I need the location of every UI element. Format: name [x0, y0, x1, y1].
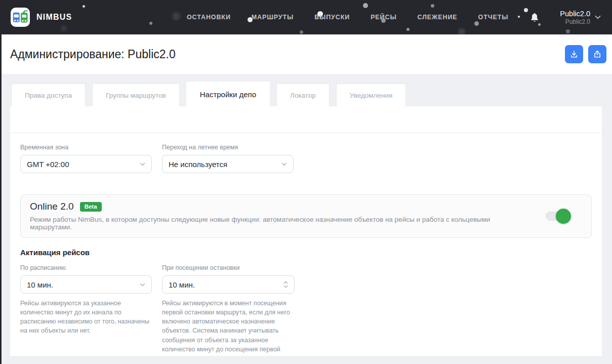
import-button[interactable] — [565, 45, 583, 63]
account-text: Public2.0 Public2.0 — [560, 9, 590, 25]
window-left-edge — [0, 0, 2, 364]
decorative-dot — [83, 5, 85, 8]
online20-info: Online 2.0 Beta Режим работы NimBus, в к… — [30, 201, 534, 231]
decorative-dot — [538, 23, 541, 26]
panel-top-strip — [10, 106, 602, 133]
by-schedule-field: По расписанию 10 мин. Рейсы активируются… — [20, 264, 152, 356]
dst-select[interactable]: Не используется — [162, 155, 294, 173]
online20-card: Online 2.0 Beta Режим работы NimBus, в к… — [20, 194, 592, 238]
trip-activation-title: Активация рейсов — [20, 248, 592, 257]
decorative-dot — [458, 28, 465, 34]
brand-name: NIMBUS — [36, 13, 72, 22]
timezone-row: Временная зона GMT +02:00 Переход на лет… — [20, 144, 592, 173]
nav-item-stops[interactable]: ОСТАНОВКИ — [187, 14, 231, 21]
header-actions — [565, 45, 606, 63]
decorative-dot — [300, 30, 303, 34]
decorative-dot — [172, 12, 180, 20]
by-schedule-value: 10 мин. — [27, 280, 53, 289]
online20-description: Режим работы NimBus, в котором доступны … — [30, 216, 534, 231]
decorative-dot — [149, 22, 152, 25]
upload-icon — [593, 50, 602, 59]
timezone-select[interactable]: GMT +02:00 — [20, 155, 152, 173]
decorative-dot — [566, 29, 570, 33]
by-stop-visit-input[interactable]: 10 мин. — [162, 275, 295, 294]
decorative-dot — [474, 21, 479, 26]
decorative-dot — [518, 16, 520, 18]
stepper-down-icon[interactable] — [283, 285, 288, 288]
panel-body: Временная зона GMT +02:00 Переход на лет… — [10, 133, 602, 356]
by-stop-visit-value: 10 мин. — [169, 280, 195, 289]
tab-notifications[interactable]: Уведомления — [336, 84, 406, 106]
nav-item-tracking[interactable]: СЛЕЖЕНИЕ — [418, 14, 458, 21]
nav-item-rides[interactable]: ВЫПУСКИ — [314, 14, 350, 21]
bus-tram-logo-icon — [10, 7, 30, 27]
account-name: Public2.0 — [560, 9, 590, 18]
timezone-label: Временная зона — [20, 144, 152, 151]
by-schedule-label: По расписанию — [20, 264, 152, 271]
depot-settings-panel: Временная зона GMT +02:00 Переход на лет… — [10, 106, 602, 356]
tab-depot-settings[interactable]: Настройки депо — [186, 82, 270, 106]
main-nav: ОСТАНОВКИ МАРШРУТЫ ВЫПУСКИ РЕЙСЫ СЛЕЖЕНИ… — [187, 14, 508, 21]
page-header: Администрирование: Public2.0 — [0, 34, 612, 74]
nav-item-reports[interactable]: ОТЧЕТЫ — [478, 14, 509, 21]
tab-locator[interactable]: Локатор — [276, 84, 330, 106]
trip-activation-row: По расписанию 10 мин. Рейсы активируются… — [20, 264, 592, 356]
page-title: Администрирование: Public2.0 — [10, 48, 176, 61]
timezone-value: GMT +02:00 — [27, 160, 69, 169]
chevron-down-icon — [281, 163, 287, 166]
toggle-knob — [556, 209, 571, 224]
by-schedule-select[interactable]: 10 мин. — [20, 275, 152, 294]
by-stop-visit-label: При посещении остановки — [162, 264, 295, 271]
decorative-dot — [431, 4, 434, 8]
decorative-dot — [524, 8, 528, 12]
account-org: Public2.0 — [560, 18, 590, 25]
chevron-down-icon — [140, 163, 145, 166]
nav-item-routes[interactable]: МАРШРУТЫ — [252, 14, 294, 21]
download-icon — [569, 50, 579, 59]
chevron-down-icon — [140, 283, 145, 287]
tab-route-groups[interactable]: Группы маршрутов — [92, 84, 180, 106]
by-stop-visit-help: Рейсы активируются в момент посещения пе… — [162, 299, 295, 356]
notifications-button[interactable] — [529, 12, 540, 23]
brand[interactable]: NIMBUS — [10, 7, 72, 27]
stepper-arrows[interactable] — [283, 281, 288, 288]
online20-toggle[interactable] — [546, 212, 569, 221]
timezone-field: Временная зона GMT +02:00 — [20, 144, 152, 173]
decorative-dot — [363, 3, 368, 8]
beta-badge: Beta — [80, 202, 102, 212]
online20-title-row: Online 2.0 Beta — [30, 201, 534, 212]
chevron-down-icon — [595, 15, 601, 19]
bell-icon — [529, 12, 540, 23]
online20-title: Online 2.0 — [30, 201, 74, 212]
stepper-up-icon[interactable] — [283, 281, 288, 284]
dst-value: Не используется — [169, 160, 227, 169]
tab-access-rights[interactable]: Права доступа — [11, 84, 86, 106]
dst-field: Переход на летнее время Не используется — [162, 144, 294, 173]
tab-bar: Права доступа Группы маршрутов Настройки… — [0, 74, 612, 106]
dst-label: Переход на летнее время — [162, 144, 294, 151]
by-stop-visit-field: При посещении остановки 10 мин. Рейсы ак… — [162, 264, 295, 356]
nav-item-trips[interactable]: РЕЙСЫ — [371, 14, 396, 21]
top-navbar: NIMBUS ОСТАНОВКИ МАРШРУТЫ ВЫПУСКИ РЕЙСЫ … — [0, 0, 612, 34]
account-menu[interactable]: Public2.0 Public2.0 — [560, 9, 601, 25]
decorative-dot — [406, 28, 410, 31]
by-schedule-help: Рейсы активируются за указанное количест… — [20, 299, 152, 336]
export-button[interactable] — [588, 45, 606, 63]
